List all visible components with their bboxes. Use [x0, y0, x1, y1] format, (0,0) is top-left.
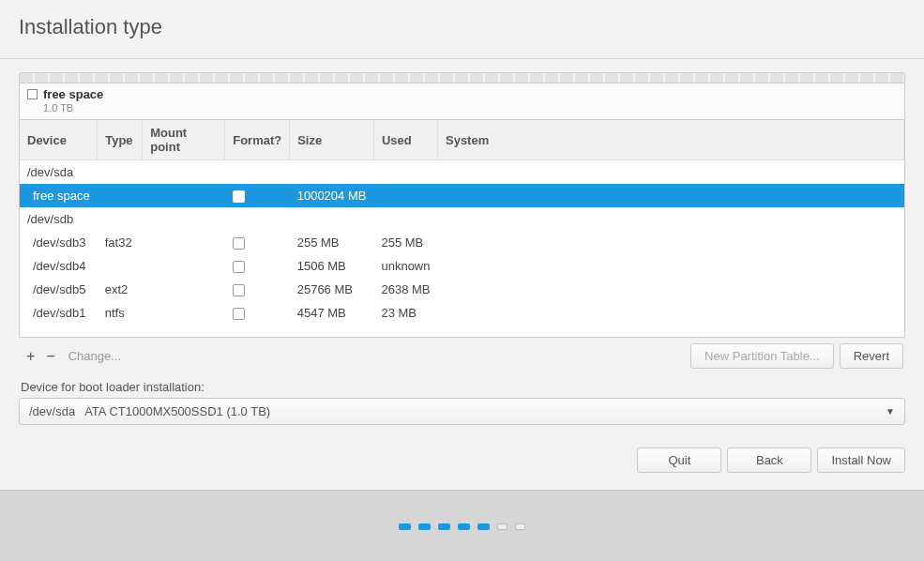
col-mount[interactable]: Mount point — [143, 120, 225, 160]
device-cell: /dev/sda — [20, 160, 904, 185]
size-cell: 4547 MB — [290, 301, 374, 325]
format-cell — [225, 231, 290, 254]
table-row[interactable]: /dev/sdb5ext225766 MB2638 MB — [20, 278, 904, 301]
chevron-down-icon: ▼ — [886, 406, 895, 417]
wizard-footer — [0, 490, 924, 561]
col-used[interactable]: Used — [373, 120, 437, 160]
size-cell: 1000204 MB — [290, 184, 374, 207]
format-cell — [225, 301, 290, 325]
bootloader-selected-device: /dev/sda — [29, 404, 75, 418]
format-cell — [225, 254, 290, 278]
used-cell — [373, 184, 437, 207]
system-cell — [437, 301, 903, 325]
progress-dot[interactable] — [515, 523, 525, 530]
format-checkbox[interactable] — [233, 237, 245, 250]
used-cell: 23 MB — [373, 301, 437, 325]
device-cell: /dev/sdb5 — [20, 278, 98, 301]
device-cell: /dev/sdb1 — [20, 301, 98, 325]
mount-cell — [143, 231, 225, 254]
change-partition-button[interactable]: Change... — [68, 349, 121, 363]
size-cell: 25766 MB — [290, 278, 374, 301]
legend-name: free space — [43, 87, 103, 101]
wizard-nav: Quit Back Install Now — [0, 434, 924, 490]
content-area: free space 1.0 TB Device Type Mount poin… — [0, 59, 924, 434]
format-cell — [225, 278, 290, 301]
used-cell: unknown — [373, 254, 437, 278]
table-row[interactable]: /dev/sdb — [20, 207, 904, 231]
format-checkbox[interactable] — [233, 308, 245, 320]
format-checkbox[interactable] — [233, 190, 245, 203]
table-row[interactable]: /dev/sdb3fat32255 MB255 MB — [20, 231, 904, 254]
col-size[interactable]: Size — [290, 120, 374, 160]
progress-dot[interactable] — [438, 523, 450, 530]
disk-legend: free space 1.0 TB — [19, 83, 905, 120]
table-row[interactable]: /dev/sdb1ntfs4547 MB23 MB — [20, 301, 904, 325]
system-cell — [437, 254, 903, 278]
device-cell: /dev/sdb — [20, 207, 904, 231]
type-cell — [98, 184, 143, 207]
partition-toolbar: + − Change... New Partition Table... Rev… — [19, 338, 905, 374]
device-cell: free space — [20, 184, 98, 207]
format-cell — [225, 184, 290, 207]
legend-size: 1.0 TB — [43, 102, 103, 114]
device-cell: /dev/sdb4 — [20, 254, 98, 278]
back-button[interactable]: Back — [727, 447, 811, 473]
table-header-row: Device Type Mount point Format? Size Use… — [20, 120, 904, 160]
legend-text: free space 1.0 TB — [43, 87, 103, 114]
device-cell: /dev/sdb3 — [20, 231, 98, 254]
partition-table-body: /dev/sdafree space1000204 MB/dev/sdb/dev… — [20, 160, 904, 326]
bootloader-label: Device for boot loader installation: — [21, 380, 903, 394]
freespace-swatch-icon — [27, 89, 38, 99]
system-cell — [437, 231, 903, 254]
table-row[interactable]: /dev/sdb41506 MBunknown — [20, 254, 904, 278]
bootloader-device-dropdown[interactable]: /dev/sda ATA CT1000MX500SSD1 (1.0 TB) ▼ — [19, 398, 905, 425]
remove-partition-button[interactable]: − — [40, 346, 60, 367]
mount-cell — [143, 184, 225, 207]
system-cell — [437, 184, 903, 207]
format-checkbox[interactable] — [233, 261, 245, 273]
mount-cell — [143, 301, 225, 325]
type-cell — [98, 254, 143, 278]
table-row[interactable]: free space1000204 MB — [20, 184, 904, 207]
quit-button[interactable]: Quit — [637, 447, 721, 473]
progress-dots — [399, 523, 525, 530]
col-system[interactable]: System — [437, 120, 903, 160]
mount-cell — [143, 254, 225, 278]
progress-dot[interactable] — [399, 523, 411, 530]
col-device[interactable]: Device — [20, 120, 98, 160]
page-header: Installation type — [0, 0, 924, 59]
progress-dot[interactable] — [418, 523, 431, 530]
partition-table: Device Type Mount point Format? Size Use… — [20, 120, 904, 325]
size-cell: 255 MB — [290, 231, 374, 254]
add-partition-button[interactable]: + — [21, 346, 40, 367]
bootloader-selected-desc: ATA CT1000MX500SSD1 (1.0 TB) — [84, 404, 270, 418]
install-now-button[interactable]: Install Now — [817, 447, 905, 473]
progress-dot[interactable] — [497, 523, 507, 530]
disk-usage-bar[interactable] — [19, 72, 905, 83]
col-type[interactable]: Type — [98, 120, 143, 160]
new-partition-table-button[interactable]: New Partition Table... — [690, 343, 834, 369]
size-cell: 1506 MB — [290, 254, 374, 278]
revert-button[interactable]: Revert — [840, 343, 903, 369]
type-cell: fat32 — [98, 231, 143, 254]
page-title: Installation type — [19, 15, 905, 39]
progress-dot[interactable] — [477, 523, 490, 530]
col-format[interactable]: Format? — [225, 120, 290, 160]
table-row[interactable]: /dev/sda — [20, 160, 904, 185]
mount-cell — [143, 278, 225, 301]
used-cell: 255 MB — [373, 231, 437, 254]
progress-dot[interactable] — [458, 523, 470, 530]
type-cell: ntfs — [98, 301, 143, 325]
type-cell: ext2 — [98, 278, 143, 301]
partition-table-container[interactable]: Device Type Mount point Format? Size Use… — [19, 120, 905, 338]
used-cell: 2638 MB — [373, 278, 437, 301]
system-cell — [437, 278, 903, 301]
format-checkbox[interactable] — [233, 284, 245, 296]
